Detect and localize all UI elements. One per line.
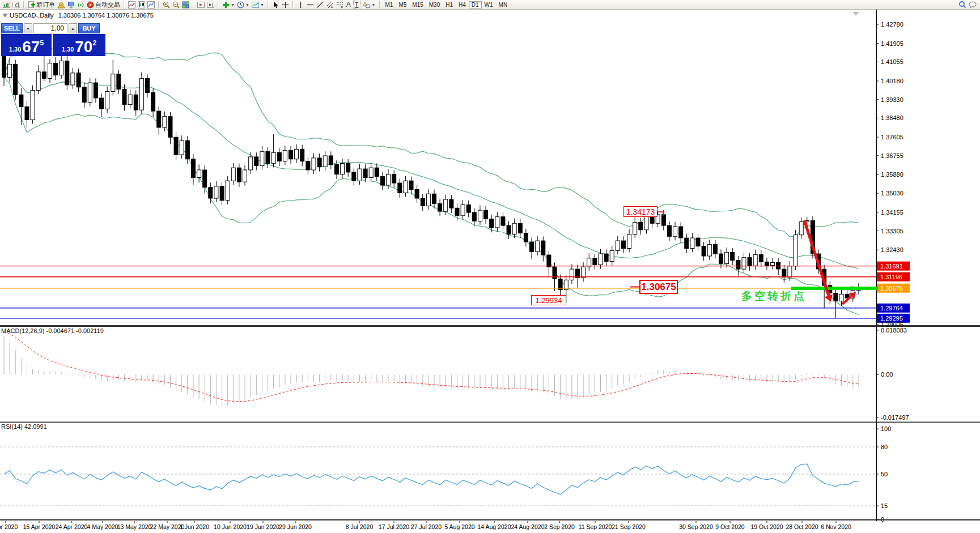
history-center-button[interactable]	[56, 1, 66, 9]
fibonacci-tool-button[interactable]: F	[335, 1, 345, 9]
indicator-bars-button[interactable]	[127, 1, 137, 9]
svg-text:1.39330: 1.39330	[881, 96, 903, 103]
timeframe-d1-button[interactable]: D1	[469, 1, 482, 8]
text-tool-icon: A	[346, 1, 351, 8]
zoom-in-button[interactable]	[162, 1, 171, 9]
svg-text:17 Jul 2020: 17 Jul 2020	[379, 523, 409, 530]
chart-shift-button[interactable]	[196, 1, 206, 9]
zoom-out-button[interactable]	[171, 1, 181, 9]
indicator-candles-button[interactable]	[137, 1, 146, 9]
zoom-out-icon	[172, 1, 180, 8]
time-axis: Apr 202015 Apr 202024 Apr 20204 May 2020…	[0, 521, 851, 531]
search-button[interactable]	[957, 1, 968, 9]
toolbar-separator	[268, 1, 269, 8]
crosshair-tool-button[interactable]	[281, 1, 290, 9]
new-order-label: 新订单	[36, 1, 55, 9]
text-tool-button[interactable]: A	[345, 1, 352, 9]
label-tool-icon: T	[353, 1, 360, 8]
cursor-tool-button[interactable]	[271, 1, 281, 9]
volume-down-button[interactable]: ▼	[24, 23, 32, 33]
chevron-down-icon: ▼	[245, 3, 249, 7]
svg-text:1.32430: 1.32430	[881, 246, 903, 253]
svg-text:19 Jun 2020: 19 Jun 2020	[247, 523, 279, 530]
buy-price-sup: 2	[92, 39, 96, 47]
svg-text:1.35030: 1.35030	[881, 190, 903, 197]
new-chart-button[interactable]	[2, 1, 11, 9]
candlesticks	[2, 48, 861, 318]
chevron-up-icon: ▲	[71, 27, 75, 31]
svg-text:1.35880: 1.35880	[881, 171, 903, 178]
autotrading-label: 自动交易	[95, 1, 120, 9]
hline-tool-button[interactable]	[306, 1, 315, 9]
autotrading-button[interactable]: 自动交易	[86, 1, 121, 9]
chart-shift-icon	[197, 1, 205, 8]
sell-button[interactable]: SELL	[1, 23, 23, 33]
timeframe-mn-button[interactable]: MN	[496, 1, 511, 8]
label-tool-button[interactable]: T	[352, 1, 362, 9]
buy-price[interactable]: 1.30 70 2	[53, 34, 105, 56]
price-annotation-low: 1.29934	[531, 295, 566, 305]
buy-button[interactable]: BUY	[78, 23, 100, 33]
add-indicator-button[interactable]: ▼	[221, 1, 236, 9]
svg-text:1.41905: 1.41905	[881, 40, 903, 47]
sell-price[interactable]: 1.30 67 5	[1, 34, 52, 56]
equidistant-channel-icon: E	[326, 1, 334, 8]
trendline-tool-button[interactable]	[315, 1, 325, 9]
monitor-icon	[67, 1, 75, 8]
timeframe-m5-button[interactable]: M5	[396, 1, 409, 8]
svg-text:80: 80	[881, 444, 888, 450]
auto-scroll-button[interactable]	[206, 1, 215, 9]
line-chart-icon	[147, 1, 155, 8]
chart-window-icon	[3, 1, 10, 8]
svg-text:15 Apr 2020: 15 Apr 2020	[23, 523, 56, 530]
svg-text:24 Aug 2020: 24 Aug 2020	[511, 523, 545, 530]
vline-tool-button[interactable]	[296, 1, 306, 9]
signal-icon	[77, 1, 84, 8]
svg-text:29 Jun 2020: 29 Jun 2020	[279, 523, 312, 530]
volume-input[interactable]: 1.00	[33, 23, 67, 33]
data-window-button[interactable]	[11, 1, 21, 9]
signals-button[interactable]	[76, 1, 86, 9]
horizontal-line-icon	[307, 1, 314, 8]
clock-icon	[237, 1, 244, 8]
svg-text:2 Sep 2020: 2 Sep 2020	[544, 523, 575, 530]
chart-title: USDCAD-,Daily1.30306 1.30764 1.30076 1.3…	[10, 12, 154, 19]
timeframe-m1-button[interactable]: M1	[383, 1, 396, 8]
chart-shift-marker-icon[interactable]	[852, 12, 859, 16]
terminal-button[interactable]	[66, 1, 76, 9]
macd-indicator	[4, 332, 859, 407]
svg-text:50: 50	[881, 471, 888, 477]
shapes-tool-button[interactable]: ▼	[362, 1, 377, 9]
toolbar-separator	[158, 1, 159, 8]
chat-button[interactable]	[968, 1, 978, 9]
timeframe-m15-button[interactable]: M15	[409, 1, 426, 8]
volume-up-button[interactable]: ▲	[69, 23, 77, 33]
timeframe-h1-button[interactable]: H1	[443, 1, 456, 8]
rsi-label: RSI(14) 42.0991	[1, 423, 47, 430]
tile-windows-button[interactable]	[181, 1, 190, 9]
indicator-line-button[interactable]	[146, 1, 156, 9]
svg-text:11 Sep 2020: 11 Sep 2020	[579, 523, 612, 530]
buy-price-prefix: 1.30	[62, 46, 74, 53]
svg-text:13 May 2020: 13 May 2020	[117, 523, 152, 530]
timeframe-w1-button[interactable]: W1	[482, 1, 496, 8]
toolbar-separator	[218, 1, 219, 8]
timeframe-h4-button[interactable]: H4	[456, 1, 469, 8]
chevron-down-icon: ▼	[372, 3, 376, 7]
svg-text:9 Oct 2020: 9 Oct 2020	[715, 523, 745, 530]
sell-price-big: 67	[22, 39, 40, 55]
candle-chart-icon	[138, 1, 145, 8]
period-button[interactable]: ▼	[236, 1, 251, 9]
channel-tool-button[interactable]: E	[325, 1, 335, 9]
symbol-title: USDCAD-,Daily	[10, 12, 54, 19]
template-button[interactable]: ▼	[251, 1, 265, 9]
timeframe-m30-button[interactable]: M30	[426, 1, 443, 8]
toolbar-separator	[193, 1, 194, 8]
svg-text:1.29764: 1.29764	[880, 305, 903, 312]
vertical-line-icon	[297, 1, 304, 8]
one-click-collapse-icon[interactable]	[2, 14, 8, 18]
bar-chart-icon	[128, 1, 135, 8]
new-order-button[interactable]: 新订单	[27, 1, 56, 9]
svg-text:19 Oct 2020: 19 Oct 2020	[750, 523, 783, 530]
toolbar-separator	[379, 1, 380, 8]
